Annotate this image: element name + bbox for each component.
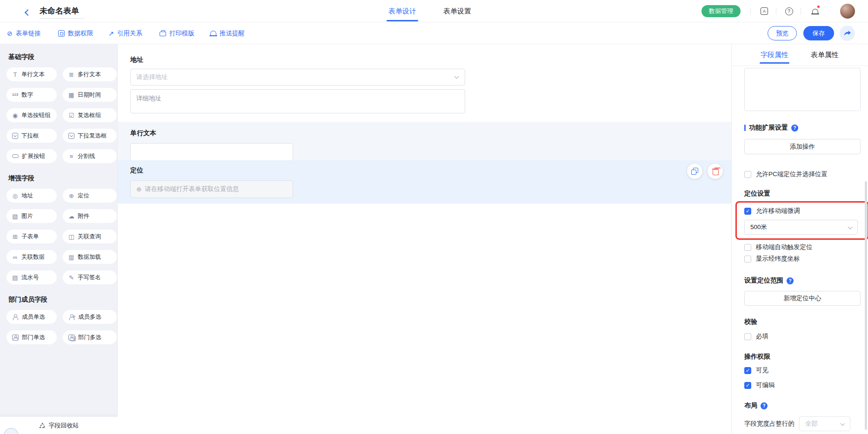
field-member-multi[interactable]: 成员多选	[63, 310, 117, 324]
add-action-button[interactable]: 添加操作	[744, 139, 861, 154]
signature-icon: ✎	[68, 275, 75, 281]
field-width-row: 字段宽度占整行的 全部	[744, 416, 860, 431]
location-range-help-icon[interactable]: ?	[787, 277, 794, 284]
notification-bell-icon[interactable]	[810, 7, 820, 16]
field-extend-button[interactable]: 扩展按钮	[7, 149, 57, 163]
field-datetime[interactable]: ▦日期时间	[63, 88, 117, 102]
app-header: 未命名表单 表单设计 表单设置 数据管理 A ?	[0, 0, 868, 22]
subform-icon: ⊞	[12, 234, 19, 240]
tab-form-design[interactable]: 表单设计	[388, 0, 416, 22]
visible-checkbox-row[interactable]: ✓ 可见	[744, 366, 860, 375]
preview-button[interactable]: 预览	[768, 26, 797, 40]
auto-trigger-checkbox-row[interactable]: 移动端自动触发定位	[744, 243, 860, 251]
mobile-fine-tune-checkbox[interactable]: ✓	[744, 208, 751, 215]
validation-title: 校验	[744, 318, 860, 326]
mobile-fine-tune-checkbox-row[interactable]: ✓ 允许移动端微调	[744, 207, 860, 215]
form-canvas: 地址 请选择地址 详细地址 单行文本 定位 ⊕ 请在移动端打开表单获取位置信息	[118, 44, 731, 434]
copy-field-button[interactable]	[687, 164, 702, 179]
field-number[interactable]: 123数字	[7, 88, 57, 102]
field-dropdown-multi[interactable]: 下拉复选框	[63, 129, 117, 143]
form-title[interactable]: 未命名表单	[40, 6, 84, 19]
field-multi-line-text[interactable]: ≣多行文本	[63, 67, 117, 81]
tab-field-properties[interactable]: 字段属性	[761, 44, 788, 66]
delete-field-button[interactable]	[708, 164, 723, 179]
share-button[interactable]	[840, 26, 855, 41]
toolbar-print-template[interactable]: 打印模版	[160, 22, 194, 44]
data-manage-button[interactable]: 数据管理	[701, 5, 741, 17]
address-select[interactable]: 请选择地址	[130, 69, 465, 85]
single-line-text-field-block[interactable]: 单行文本	[118, 122, 731, 160]
tab-form-properties[interactable]: 表单属性	[811, 44, 839, 66]
toolbar-form-link[interactable]: ⊘ 表单链接	[7, 22, 41, 44]
tab-form-settings[interactable]: 表单设置	[443, 0, 471, 22]
field-description-box[interactable]	[744, 68, 861, 111]
field-divider[interactable]: ≡分割线	[63, 149, 117, 163]
crosshair-icon: ⊕	[136, 185, 141, 193]
auto-trigger-checkbox[interactable]	[744, 244, 751, 251]
single-line-text-input[interactable]	[130, 143, 293, 161]
save-button[interactable]: 保存	[803, 26, 834, 40]
address-icon: ◎	[12, 193, 19, 199]
basic-fields-grid: T单行文本 ≣多行文本 123数字 ▦日期时间 ◉单选按钮组 ☑复选框组 下拉框…	[0, 67, 117, 163]
pc-location-checkbox-row[interactable]: 允许PC端定位并选择位置	[744, 170, 860, 178]
address-field-block[interactable]: 地址 请选择地址 详细地址	[118, 44, 731, 117]
field-width-label: 字段宽度占整行的	[744, 420, 795, 428]
field-image[interactable]: ▧图片	[7, 209, 57, 223]
layout-help-icon[interactable]: ?	[761, 402, 768, 409]
visible-checkbox[interactable]: ✓	[744, 367, 751, 374]
print-icon	[160, 32, 166, 36]
avatar[interactable]	[840, 4, 855, 19]
pc-location-checkbox[interactable]	[744, 171, 751, 178]
header-divider	[750, 7, 751, 15]
share-arrow-icon	[844, 30, 851, 37]
toolbar-data-permission[interactable]: 数据权限	[58, 22, 93, 44]
add-location-center-button[interactable]: 新增定位中心	[744, 291, 861, 306]
field-linked-data[interactable]: ∞关联数据	[7, 250, 57, 264]
dropdown-icon	[12, 133, 18, 139]
toolbar-reference-relation[interactable]: ↗ 引用关系	[108, 22, 142, 44]
help-icon[interactable]: ?	[784, 7, 794, 16]
location-input[interactable]: ⊕ 请在移动端打开表单获取位置信息	[130, 180, 293, 198]
range-select[interactable]: 500米	[744, 220, 858, 235]
field-member-single[interactable]: 成员单选	[7, 310, 57, 324]
field-palette-sidebar: 基础字段 T单行文本 ≣多行文本 123数字 ▦日期时间 ◉单选按钮组 ☑复选框…	[0, 44, 118, 434]
address-detail-input[interactable]: 详细地址	[130, 89, 465, 113]
member-single-icon	[12, 314, 19, 320]
single-line-text-icon: T	[12, 72, 19, 78]
editable-checkbox-row[interactable]: ✓ 可编辑	[744, 381, 860, 389]
field-attachment[interactable]: ☁附件	[63, 209, 117, 223]
required-checkbox-row[interactable]: 必填	[744, 332, 860, 341]
field-checkbox-group[interactable]: ☑复选框组	[63, 108, 117, 122]
field-subform[interactable]: ⊞子表单	[7, 230, 57, 243]
show-coords-checkbox[interactable]	[744, 256, 751, 263]
field-width-select[interactable]: 全部	[799, 416, 850, 431]
field-dept-multi[interactable]: 部门多选	[63, 330, 117, 344]
back-button[interactable]	[26, 8, 30, 17]
editable-checkbox[interactable]: ✓	[744, 382, 751, 389]
extension-help-icon[interactable]: ?	[791, 125, 798, 132]
show-coords-checkbox-row[interactable]: 显示经纬度坐标	[744, 255, 860, 263]
field-single-line-text[interactable]: T单行文本	[7, 67, 57, 81]
field-radio-group[interactable]: ◉单选按钮组	[7, 108, 57, 122]
section-title-dept-member-fields: 部门成员字段	[0, 296, 117, 304]
enhanced-fields-grid: ◎地址 ⊕定位 ▧图片 ☁附件 ⊞子表单 ◫关联查询 ∞关联数据 ▥数据加载 ▤…	[0, 189, 117, 284]
chevron-down-icon	[848, 225, 853, 230]
toolbar-push-reminder[interactable]: 推送提醒	[210, 22, 245, 44]
field-serial-number[interactable]: ▤流水号	[7, 270, 57, 284]
serial-number-icon: ▤	[12, 275, 19, 281]
field-address[interactable]: ◎地址	[7, 189, 57, 203]
field-signature[interactable]: ✎手写签名	[63, 270, 117, 284]
red-annotation-box: ✓ 允许移动端微调 500米	[735, 201, 868, 240]
location-field-block-selected[interactable]: 定位 ⊕ 请在移动端打开表单获取位置信息	[118, 160, 731, 204]
field-dropdown[interactable]: 下拉框	[7, 129, 57, 143]
field-data-load[interactable]: ▥数据加载	[63, 250, 117, 264]
required-checkbox[interactable]	[744, 333, 751, 340]
member-multi-icon	[68, 314, 75, 320]
contact-book-icon[interactable]: A	[760, 7, 769, 16]
field-linked-query[interactable]: ◫关联查询	[63, 230, 117, 243]
field-dept-single[interactable]: 部门单选	[7, 330, 57, 344]
panel-scrollbar[interactable]	[865, 181, 867, 430]
reference-icon: ↗	[108, 30, 114, 37]
field-location[interactable]: ⊕定位	[63, 189, 117, 203]
layout-title: 布局 ?	[744, 401, 860, 410]
